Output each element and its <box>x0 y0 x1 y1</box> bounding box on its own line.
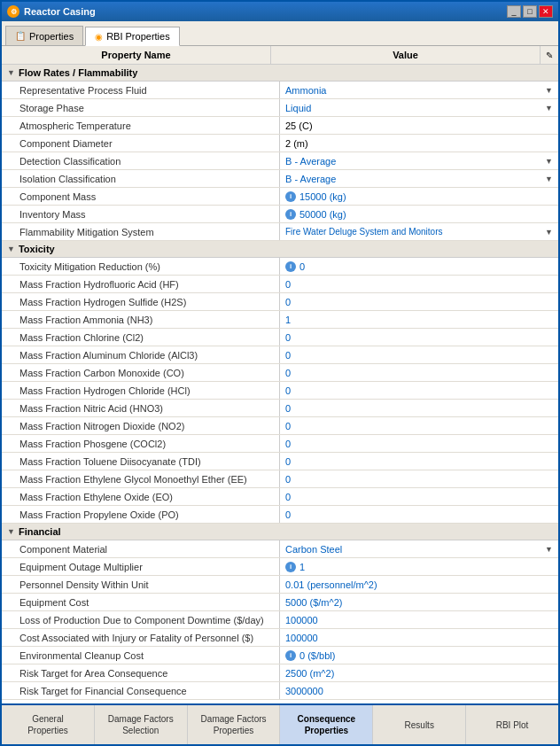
prop-cost-injury: Cost Associated with Injury or Fatality … <box>2 629 280 646</box>
val-cost-injury[interactable]: 100000 <box>280 629 558 646</box>
dropdown-arrow-material[interactable]: ▼ <box>545 545 553 554</box>
bottom-tab-rbi-plot[interactable]: RBI Plot <box>466 705 558 744</box>
bottom-tab-consequence-properties[interactable]: Consequence Properties <box>280 705 373 744</box>
prop-equipment-outage: Equipment Outage Multiplier <box>2 558 280 575</box>
row-alcl3: Mass Fraction Aluminum Chloride (AlCl3) … <box>2 346 558 364</box>
row-hno3: Mass Fraction Nitric Acid (HNO3) 0 <box>2 400 558 417</box>
bottom-tab-damage-factors-properties[interactable]: Damage Factors Properties <box>188 705 281 744</box>
val-atm-temp[interactable]: 25 (C) <box>280 117 558 134</box>
row-cocl2: Mass Fraction Phosgene (COCl2) 0 <box>2 435 558 453</box>
dropdown-arrow-fluid[interactable]: ▼ <box>545 86 553 95</box>
prop-personnel-density: Personnel Density Within Unit <box>2 576 280 593</box>
val-risk-financial[interactable]: 3000000 <box>280 682 558 699</box>
tab-rbi-properties-label: RBI Properties <box>106 31 170 42</box>
val-inventory-mass[interactable]: i 50000 (kg) <box>280 206 558 222</box>
row-representative-process-fluid: Representative Process Fluid Ammonia ▼ <box>2 82 558 99</box>
edit-icon[interactable]: ✎ <box>541 46 558 64</box>
row-storage-phase: Storage Phase Liquid ▼ <box>2 99 558 117</box>
table-header: Property Name Value ✎ <box>2 46 558 65</box>
prop-inventory-mass: Inventory Mass <box>2 206 280 222</box>
row-cost-injury: Cost Associated with Injury or Fatality … <box>2 629 558 647</box>
val-equipment-cost[interactable]: 5000 ($/m^2) <box>280 594 558 610</box>
info-icon-toxicity[interactable]: i <box>285 261 296 272</box>
info-icon-env-cleanup[interactable]: i <box>285 650 296 661</box>
val-cl2[interactable]: 0 <box>280 329 558 346</box>
prop-alcl3: Mass Fraction Aluminum Chloride (AlCl3) <box>2 346 280 363</box>
row-cl2: Mass Fraction Chlorine (Cl2) 0 <box>2 329 558 346</box>
val-po[interactable]: 0 <box>280 506 558 523</box>
prop-h2s: Mass Fraction Hydrogen Sulfide (H2S) <box>2 293 280 310</box>
val-storage-phase[interactable]: Liquid ▼ <box>280 99 558 116</box>
val-h2s[interactable]: 0 <box>280 293 558 310</box>
val-tdi[interactable]: 0 <box>280 453 558 470</box>
minimize-button[interactable]: _ <box>507 5 521 18</box>
dropdown-arrow-detection[interactable]: ▼ <box>545 157 553 166</box>
col-value: Value <box>271 46 541 64</box>
val-loss-production[interactable]: 100000 <box>280 611 558 628</box>
val-no2[interactable]: 0 <box>280 417 558 434</box>
dropdown-arrow-flammability[interactable]: ▼ <box>545 228 553 237</box>
val-personnel-density[interactable]: 0.01 (personnel/m^2) <box>280 576 558 593</box>
dropdown-arrow-isolation[interactable]: ▼ <box>545 175 553 183</box>
section-financial-label: Financial <box>19 526 61 537</box>
val-flammability-mitigation[interactable]: Fire Water Deluge System and Monitors ▼ <box>280 223 558 240</box>
prop-equipment-cost: Equipment Cost <box>2 594 280 610</box>
val-representative-process-fluid[interactable]: Ammonia ▼ <box>280 82 558 98</box>
val-hf[interactable]: 0 <box>280 276 558 292</box>
row-equipment-cost: Equipment Cost 5000 ($/m^2) <box>2 594 558 611</box>
row-ee: Mass Fraction Ethylene Glycol Monoethyl … <box>2 470 558 488</box>
prop-cl2: Mass Fraction Chlorine (Cl2) <box>2 329 280 346</box>
bottom-tab-damage-factors-selection[interactable]: Damage Factors Selection <box>95 705 188 744</box>
val-ee[interactable]: 0 <box>280 470 558 487</box>
bottom-tab-general-properties[interactable]: General Properties <box>2 705 95 744</box>
row-hf: Mass Fraction Hydrofluoric Acid (HF) 0 <box>2 276 558 293</box>
bottom-tab-bar: General Properties Damage Factors Select… <box>2 703 558 744</box>
row-component-diameter: Component Diameter 2 (m) <box>2 135 558 152</box>
main-window: ⚙ Reactor Casing _ □ ✕ 📋 Properties ◉ RB… <box>0 0 560 746</box>
prop-hf: Mass Fraction Hydrofluoric Acid (HF) <box>2 276 280 292</box>
title-bar-left: ⚙ Reactor Casing <box>7 5 96 18</box>
val-component-mass[interactable]: i 15000 (kg) <box>280 188 558 205</box>
val-detection-class[interactable]: B - Average ▼ <box>280 152 558 169</box>
row-no2: Mass Fraction Nitrogen Dioxide (NO2) 0 <box>2 417 558 435</box>
close-button[interactable]: ✕ <box>539 5 553 18</box>
val-env-cleanup[interactable]: i 0 ($/bbl) <box>280 647 558 664</box>
val-cocl2[interactable]: 0 <box>280 435 558 452</box>
dropdown-arrow-storage[interactable]: ▼ <box>545 104 553 113</box>
tab-bar: 📋 Properties ◉ RBI Properties <box>2 21 558 46</box>
window-icon: ⚙ <box>7 5 19 18</box>
val-alcl3[interactable]: 0 <box>280 346 558 363</box>
rbi-tab-icon: ◉ <box>95 32 103 42</box>
info-icon-inventory-mass[interactable]: i <box>285 209 296 220</box>
row-tdi: Mass Fraction Toluene Diisocyanate (TDI)… <box>2 453 558 470</box>
val-isolation-class[interactable]: B - Average ▼ <box>280 170 558 187</box>
section-financial-collapse-icon[interactable]: ▼ <box>7 527 15 536</box>
section-toxicity-collapse-icon[interactable]: ▼ <box>7 245 15 253</box>
title-buttons: _ □ ✕ <box>507 5 553 18</box>
maximize-button[interactable]: □ <box>523 5 537 18</box>
val-nh3[interactable]: 1 <box>280 311 558 328</box>
row-risk-area: Risk Target for Area Consequence 2500 (m… <box>2 664 558 682</box>
val-hno3[interactable]: 0 <box>280 400 558 416</box>
info-icon-component-mass[interactable]: i <box>285 191 296 202</box>
tab-rbi-properties[interactable]: ◉ RBI Properties <box>85 27 180 46</box>
row-personnel-density: Personnel Density Within Unit 0.01 (pers… <box>2 576 558 594</box>
val-toxicity-mitigation[interactable]: i 0 <box>280 258 558 275</box>
val-component-diameter[interactable]: 2 (m) <box>280 135 558 152</box>
section-flow-rates-label: Flow Rates / Flammability <box>19 67 137 78</box>
val-hcl[interactable]: 0 <box>280 382 558 399</box>
prop-hno3: Mass Fraction Nitric Acid (HNO3) <box>2 400 280 416</box>
val-risk-area[interactable]: 2500 (m^2) <box>280 664 558 681</box>
row-nh3: Mass Fraction Ammonia (NH3) 1 <box>2 311 558 329</box>
row-atm-temp: Atmospheric Temperature 25 (C) <box>2 117 558 135</box>
tab-properties[interactable]: 📋 Properties <box>5 26 83 45</box>
val-component-material[interactable]: Carbon Steel ▼ <box>280 540 558 557</box>
prop-risk-financial: Risk Target for Financial Consequence <box>2 682 280 699</box>
section-collapse-icon[interactable]: ▼ <box>7 68 15 77</box>
bottom-tab-results[interactable]: Results <box>373 705 466 744</box>
val-equipment-outage[interactable]: i 1 <box>280 558 558 575</box>
val-co[interactable]: 0 <box>280 364 558 381</box>
prop-eo: Mass Fraction Ethylene Oxide (EO) <box>2 488 280 505</box>
val-eo[interactable]: 0 <box>280 488 558 505</box>
info-icon-equipment-outage[interactable]: i <box>285 562 296 572</box>
